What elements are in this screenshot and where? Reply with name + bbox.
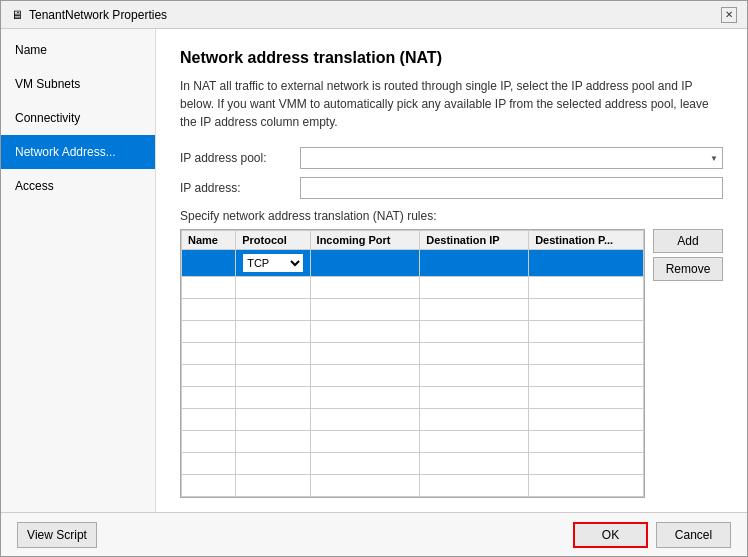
- table-row-empty-2: [182, 299, 644, 321]
- table-row-empty-5: [182, 365, 644, 387]
- ip-address-row: IP address:: [180, 177, 723, 199]
- ip-address-label: IP address:: [180, 181, 300, 195]
- ip-pool-select[interactable]: [300, 147, 723, 169]
- sidebar-item-access[interactable]: Access: [1, 169, 155, 203]
- title-bar-left: 🖥 TenantNetwork Properties: [11, 8, 167, 22]
- nat-rules-section: Name Protocol Incoming Port Destination …: [180, 229, 723, 498]
- footer: View Script OK Cancel: [1, 512, 747, 556]
- ip-address-input[interactable]: [300, 177, 723, 199]
- sidebar-item-connectivity[interactable]: Connectivity: [1, 101, 155, 135]
- sidebar-item-vm-subnets[interactable]: VM Subnets: [1, 67, 155, 101]
- table-row-empty-1: [182, 277, 644, 299]
- view-script-button[interactable]: View Script: [17, 522, 97, 548]
- col-incoming-port: Incoming Port: [310, 231, 420, 250]
- section-title: Network address translation (NAT): [180, 49, 723, 67]
- description: In NAT all traffic to external network i…: [180, 77, 723, 131]
- protocol-select[interactable]: TCP UDP: [242, 253, 303, 273]
- col-name: Name: [182, 231, 236, 250]
- sidebar-item-network-address[interactable]: Network Address...: [1, 135, 155, 169]
- table-row[interactable]: TCP UDP: [182, 250, 644, 277]
- table-row-empty-4: [182, 343, 644, 365]
- ok-button[interactable]: OK: [573, 522, 648, 548]
- sidebar-item-name[interactable]: Name: [1, 33, 155, 67]
- add-button[interactable]: Add: [653, 229, 723, 253]
- title-bar: 🖥 TenantNetwork Properties ✕: [1, 1, 747, 29]
- cell-protocol: TCP UDP: [236, 250, 310, 277]
- col-destination-ip: Destination IP: [420, 231, 529, 250]
- table-row-empty-6: [182, 387, 644, 409]
- table-row-empty-9: [182, 453, 644, 475]
- close-button[interactable]: ✕: [721, 7, 737, 23]
- content-area: Name VM Subnets Connectivity Network Add…: [1, 29, 747, 512]
- cell-destination-p: [529, 250, 644, 277]
- nat-rules-table-container: Name Protocol Incoming Port Destination …: [180, 229, 645, 498]
- col-protocol: Protocol: [236, 231, 310, 250]
- nat-rules-table: Name Protocol Incoming Port Destination …: [181, 230, 644, 497]
- sidebar: Name VM Subnets Connectivity Network Add…: [1, 29, 156, 512]
- ip-pool-select-wrapper: [300, 147, 723, 169]
- nat-rules-label: Specify network address translation (NAT…: [180, 209, 723, 223]
- table-row-empty-10: [182, 475, 644, 497]
- main-content: Network address translation (NAT) In NAT…: [156, 29, 747, 512]
- footer-left: View Script: [17, 522, 97, 548]
- cell-destination-ip: [420, 250, 529, 277]
- cell-incoming-port: [310, 250, 420, 277]
- table-buttons: Add Remove: [653, 229, 723, 281]
- ip-pool-row: IP address pool:: [180, 147, 723, 169]
- table-row-empty-3: [182, 321, 644, 343]
- table-row-empty-8: [182, 431, 644, 453]
- ip-pool-label: IP address pool:: [180, 151, 300, 165]
- cell-name: [182, 250, 236, 277]
- main-window: 🖥 TenantNetwork Properties ✕ Name VM Sub…: [0, 0, 748, 557]
- footer-right: OK Cancel: [573, 522, 731, 548]
- cancel-button[interactable]: Cancel: [656, 522, 731, 548]
- window-icon: 🖥: [11, 8, 23, 22]
- col-destination-p: Destination P...: [529, 231, 644, 250]
- window-title: TenantNetwork Properties: [29, 8, 167, 22]
- remove-button[interactable]: Remove: [653, 257, 723, 281]
- table-row-empty-7: [182, 409, 644, 431]
